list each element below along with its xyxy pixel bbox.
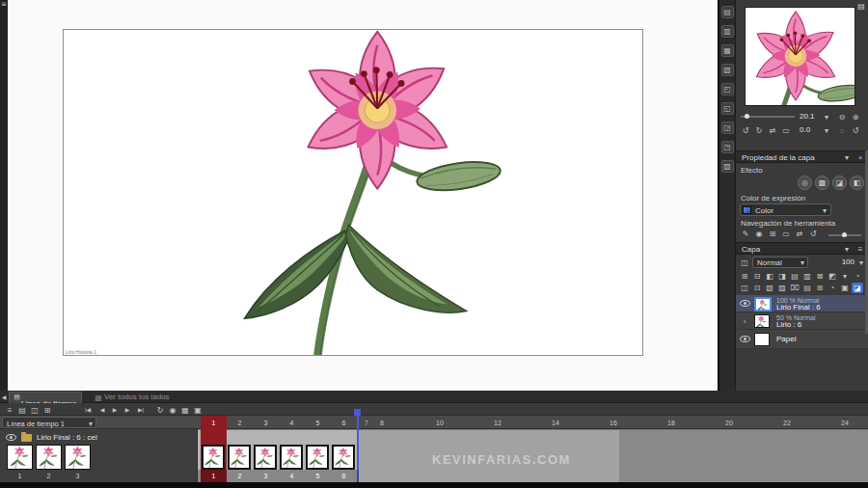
palette-icon-6[interactable]: ◱ (721, 102, 734, 115)
layer-panel-header[interactable]: Capa ▾ ≡ (736, 242, 868, 255)
paper-thumbnail[interactable] (754, 333, 770, 346)
tool-nav-slider-knob[interactable] (842, 232, 847, 237)
track-name[interactable]: Lirio Final : 6 : cel (37, 433, 97, 443)
active-tool-highlight-icon[interactable]: ◪ (852, 283, 863, 293)
palette-icon-8[interactable]: ◳ (721, 141, 734, 153)
expression-dropdown-arrow-icon[interactable]: ▾ (819, 205, 830, 216)
palette-icon-4[interactable]: ▧ (721, 64, 734, 76)
timeline-add-icon[interactable]: ⊞ (41, 405, 53, 416)
new-layer-icon[interactable]: ⊞ (739, 271, 750, 282)
combine-layer-icon[interactable]: ▤ (801, 283, 813, 293)
layer-panel-collapse-icon[interactable]: ▾ (841, 244, 853, 255)
zoom-out-icon[interactable]: ⊖ (836, 112, 848, 122)
layer-palette-color-icon[interactable]: ◔ (852, 271, 863, 282)
effect-extract-line-icon[interactable]: ◪ (832, 176, 847, 190)
previous-frame-icon[interactable]: ◀ (96, 405, 108, 416)
clip-end-marker-flag[interactable] (354, 409, 361, 416)
new-vector-layer-icon[interactable]: ⊡ (751, 283, 763, 293)
tool-pen-icon[interactable]: ✎ (740, 229, 751, 239)
layer-thumbnail[interactable] (754, 314, 770, 328)
palette-icon-1[interactable]: ▤ (721, 6, 734, 18)
skip-to-start-icon[interactable]: |◀ (81, 405, 95, 416)
blend-dropdown-arrow-icon[interactable]: ▾ (797, 258, 808, 268)
merge-down-icon[interactable]: ⊞ (814, 283, 826, 293)
next-frame-icon[interactable]: ▶ (122, 405, 133, 416)
zoom-spinner-icon[interactable]: ▾ (821, 112, 832, 122)
frame-cel-5[interactable] (306, 445, 329, 470)
palette-icon-2[interactable]: ▥ (721, 25, 734, 38)
timeline-menu-icon[interactable]: ≡ (4, 405, 15, 416)
track-visibility-eye-icon[interactable] (6, 434, 16, 441)
onion-ref-icon[interactable]: ◔ (827, 283, 838, 293)
reset-rotation-icon[interactable]: ↺ (850, 125, 861, 136)
canvas-viewport[interactable]: Lirio Historia 1 (8, 0, 718, 391)
layer-expander-icon[interactable]: › (739, 316, 750, 327)
frame-cel-1[interactable] (202, 445, 225, 470)
effect-tone-icon[interactable]: ▩ (815, 176, 829, 190)
zoom-slider-knob[interactable] (745, 114, 749, 119)
tab-linea-de-tiempo[interactable]: ▤Línea de tiempo (9, 392, 82, 403)
new-raster-layer-icon[interactable]: ◫ (739, 283, 750, 293)
layer-draft-icon[interactable]: ◩ (827, 271, 838, 282)
timeline-cels-icon[interactable]: ◫ (29, 405, 41, 416)
visibility-eye-icon[interactable] (740, 300, 750, 307)
zoom-slider[interactable] (741, 116, 795, 118)
collapse-panel-icon[interactable]: ▾ (841, 152, 853, 163)
track-folder-icon[interactable] (21, 434, 32, 442)
palette-icon-9[interactable]: ▨ (721, 160, 734, 173)
new-folder-icon[interactable]: ▧ (764, 283, 775, 293)
palette-icon-7[interactable]: ◲ (721, 122, 734, 134)
flip-horizontal-icon[interactable]: ⇄ (767, 125, 778, 136)
reset-view-icon[interactable]: ◌ (836, 125, 848, 136)
frame-cel-3[interactable] (254, 445, 277, 470)
visibility-eye-icon[interactable] (740, 336, 750, 342)
navigator-preview[interactable] (745, 7, 855, 106)
zoom-in-icon[interactable]: ⊕ (850, 112, 861, 122)
loop-playback-icon[interactable]: ↻ (154, 405, 166, 416)
layer-lock-alpha-icon[interactable]: ▥ (801, 271, 813, 282)
tool-grid-icon[interactable]: ⊞ (767, 229, 778, 239)
remove-layer-icon[interactable]: ⊟ (751, 271, 763, 282)
skip-to-end-icon[interactable]: ▶| (134, 405, 148, 416)
panel-menu-icon[interactable]: ▤ (855, 1, 867, 12)
tool-select-icon[interactable]: ▭ (780, 229, 792, 239)
layer-order-icon[interactable]: ▾ (839, 271, 851, 282)
collapse-timeline-icon[interactable]: ◀ (0, 393, 8, 403)
opacity-value[interactable]: 100 (842, 258, 854, 267)
canvas-page[interactable]: Lirio Historia 1 (63, 29, 643, 356)
tool-nav-slider[interactable] (828, 234, 861, 236)
layer-row-papel[interactable]: Papel (736, 330, 868, 349)
blend-mode-dropdown[interactable]: Normal ▾ (752, 257, 808, 268)
layer-thumbnail[interactable] (754, 297, 772, 312)
layer-clip-icon[interactable]: ◨ (776, 271, 788, 282)
layer-mask-icon[interactable]: ◧ (764, 271, 775, 282)
frame-cel-2[interactable] (228, 445, 251, 470)
cel-thumbnail-2[interactable] (36, 445, 62, 470)
layer-reference-icon[interactable]: ⊠ (814, 271, 826, 282)
onion-skin-icon[interactable]: ◉ (167, 405, 178, 416)
layer-property-header[interactable]: Propiedad de la capa ▾ × (736, 150, 868, 163)
palette-icon-5[interactable]: ◰ (721, 83, 734, 95)
effect-layer-color-icon[interactable]: ◧ (850, 176, 864, 190)
rotate-cw-icon[interactable]: ↻ (753, 125, 765, 136)
timeline-bottom-scrollbar[interactable] (0, 482, 868, 488)
cel-thumbnail-3[interactable] (65, 445, 91, 470)
effect-border-icon[interactable]: ◎ (798, 176, 812, 190)
palette-icon-3[interactable]: ▦ (721, 44, 734, 57)
show-cels-icon[interactable]: ▦ (179, 405, 191, 416)
rotate-ccw-icon[interactable]: ↺ (740, 125, 751, 136)
fit-to-window-icon[interactable]: ▭ (780, 125, 792, 136)
frame-cel-4[interactable] (280, 445, 303, 470)
layer-lock-icon[interactable]: ▤ (789, 271, 800, 282)
show-all-icon[interactable]: ▣ (839, 283, 851, 293)
timeline-selector-arrow-icon[interactable]: ▾ (85, 419, 96, 429)
layer-row-lirio[interactable]: › 50 % Normal Lirio : 6 (736, 312, 868, 330)
transfer-layer-icon[interactable]: ▨ (776, 283, 788, 293)
tool-undo-icon[interactable]: ↺ (807, 229, 819, 239)
tool-swap-icon[interactable]: ⇄ (794, 229, 805, 239)
play-icon[interactable]: ▶ (109, 405, 121, 416)
tool-brush-icon[interactable]: ◉ (753, 229, 765, 239)
cel-thumbnail-1[interactable] (7, 445, 33, 470)
layer-row-lirio-final[interactable]: 100 % Normal Lirio Final : 6 (736, 295, 868, 312)
delete-layer-icon[interactable]: ⌧ (789, 283, 800, 293)
